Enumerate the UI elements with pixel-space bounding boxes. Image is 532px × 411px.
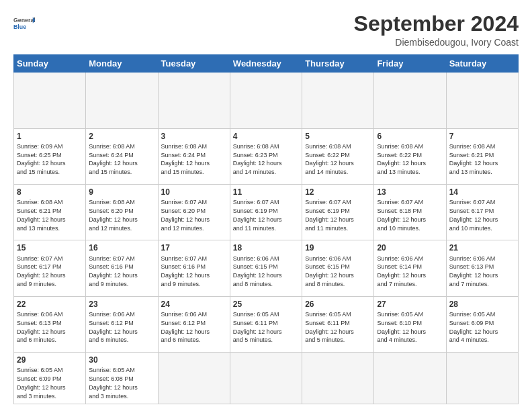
day-info: Sunrise: 6:05 AMSunset: 6:08 PMDaylight:… [89, 367, 138, 399]
day-number: 23 [89, 299, 154, 310]
calendar-cell: 24Sunrise: 6:06 AMSunset: 6:12 PMDayligh… [158, 296, 230, 352]
day-number: 28 [449, 299, 515, 310]
calendar-cell: 3Sunrise: 6:08 AMSunset: 6:24 PMDaylight… [158, 128, 230, 184]
calendar-cell: 13Sunrise: 6:07 AMSunset: 6:18 PMDayligh… [374, 185, 446, 240]
day-number: 18 [233, 242, 299, 253]
calendar-cell [374, 73, 446, 128]
calendar-cell [230, 353, 302, 404]
calendar-cell [302, 353, 374, 404]
calendar-cell [158, 73, 230, 128]
calendar-cell [158, 353, 230, 404]
day-info: Sunrise: 6:06 AMSunset: 6:15 PMDaylight:… [233, 255, 282, 287]
calendar-cell: 4Sunrise: 6:08 AMSunset: 6:23 PMDaylight… [230, 128, 302, 184]
day-info: Sunrise: 6:08 AMSunset: 6:20 PMDaylight:… [89, 199, 138, 231]
day-number: 16 [89, 242, 154, 253]
day-info: Sunrise: 6:07 AMSunset: 6:19 PMDaylight:… [233, 199, 282, 231]
month-title: September 2024 [354, 12, 519, 36]
day-number: 25 [233, 299, 299, 310]
calendar-cell: 27Sunrise: 6:05 AMSunset: 6:10 PMDayligh… [374, 296, 446, 352]
calendar-cell: 15Sunrise: 6:07 AMSunset: 6:17 PMDayligh… [14, 240, 86, 296]
day-info: Sunrise: 6:08 AMSunset: 6:23 PMDaylight:… [233, 143, 282, 175]
day-number: 2 [89, 131, 154, 142]
calendar-cell [230, 73, 302, 128]
day-number: 19 [305, 242, 371, 253]
day-info: Sunrise: 6:07 AMSunset: 6:16 PMDaylight:… [161, 255, 210, 287]
day-number: 3 [161, 131, 227, 142]
day-info: Sunrise: 6:05 AMSunset: 6:11 PMDaylight:… [233, 311, 282, 343]
calendar-cell [446, 73, 518, 128]
calendar-cell: 14Sunrise: 6:07 AMSunset: 6:17 PMDayligh… [446, 185, 518, 240]
day-info: Sunrise: 6:09 AMSunset: 6:25 PMDaylight:… [17, 143, 66, 175]
calendar-cell: 21Sunrise: 6:06 AMSunset: 6:13 PMDayligh… [446, 240, 518, 296]
calendar-cell: 17Sunrise: 6:07 AMSunset: 6:16 PMDayligh… [158, 240, 230, 296]
calendar-cell: 23Sunrise: 6:06 AMSunset: 6:12 PMDayligh… [86, 296, 158, 352]
calendar-cell: 6Sunrise: 6:08 AMSunset: 6:22 PMDaylight… [374, 128, 446, 184]
day-info: Sunrise: 6:05 AMSunset: 6:11 PMDaylight:… [305, 311, 354, 343]
day-info: Sunrise: 6:08 AMSunset: 6:21 PMDaylight:… [17, 199, 66, 231]
title-section: September 2024 Diembisedougou, Ivory Coa… [354, 12, 519, 48]
weekday-header-row: Sunday Monday Tuesday Wednesday Thursday… [14, 55, 519, 73]
header-saturday: Saturday [446, 55, 518, 73]
header-sunday: Sunday [14, 55, 86, 73]
day-info: Sunrise: 6:07 AMSunset: 6:17 PMDaylight:… [17, 255, 66, 287]
day-info: Sunrise: 6:05 AMSunset: 6:09 PMDaylight:… [17, 367, 66, 399]
calendar-cell: 22Sunrise: 6:06 AMSunset: 6:13 PMDayligh… [14, 296, 86, 352]
day-info: Sunrise: 6:08 AMSunset: 6:24 PMDaylight:… [161, 143, 210, 175]
day-info: Sunrise: 6:06 AMSunset: 6:13 PMDaylight:… [17, 311, 66, 343]
calendar-cell: 25Sunrise: 6:05 AMSunset: 6:11 PMDayligh… [230, 296, 302, 352]
calendar-cell: 26Sunrise: 6:05 AMSunset: 6:11 PMDayligh… [302, 296, 374, 352]
calendar-cell: 9Sunrise: 6:08 AMSunset: 6:20 PMDaylight… [86, 185, 158, 240]
calendar-cell [446, 353, 518, 404]
calendar-cell: 30Sunrise: 6:05 AMSunset: 6:08 PMDayligh… [86, 353, 158, 404]
day-info: Sunrise: 6:06 AMSunset: 6:13 PMDaylight:… [449, 255, 498, 287]
header-wednesday: Wednesday [230, 55, 302, 73]
header-friday: Friday [374, 55, 446, 73]
day-number: 4 [233, 131, 299, 142]
day-number: 22 [17, 299, 83, 310]
location-subtitle: Diembisedougou, Ivory Coast [354, 37, 519, 48]
day-info: Sunrise: 6:07 AMSunset: 6:16 PMDaylight:… [89, 255, 138, 287]
day-info: Sunrise: 6:08 AMSunset: 6:21 PMDaylight:… [449, 143, 498, 175]
day-info: Sunrise: 6:07 AMSunset: 6:17 PMDaylight:… [449, 199, 498, 231]
calendar-cell: 10Sunrise: 6:07 AMSunset: 6:20 PMDayligh… [158, 185, 230, 240]
day-number: 12 [305, 187, 371, 197]
calendar-cell: 11Sunrise: 6:07 AMSunset: 6:19 PMDayligh… [230, 185, 302, 240]
day-info: Sunrise: 6:08 AMSunset: 6:22 PMDaylight:… [377, 143, 426, 175]
day-info: Sunrise: 6:07 AMSunset: 6:18 PMDaylight:… [377, 199, 426, 231]
day-number: 27 [377, 299, 443, 310]
calendar-cell: 16Sunrise: 6:07 AMSunset: 6:16 PMDayligh… [86, 240, 158, 296]
calendar-cell [374, 353, 446, 404]
calendar-cell: 12Sunrise: 6:07 AMSunset: 6:19 PMDayligh… [302, 185, 374, 240]
day-number: 15 [17, 242, 83, 253]
day-number: 14 [449, 187, 515, 197]
calendar-cell [302, 73, 374, 128]
day-number: 20 [377, 242, 443, 253]
calendar-cell: 18Sunrise: 6:06 AMSunset: 6:15 PMDayligh… [230, 240, 302, 296]
day-number: 5 [305, 131, 371, 142]
day-info: Sunrise: 6:05 AMSunset: 6:09 PMDaylight:… [449, 311, 498, 343]
day-number: 7 [449, 131, 515, 142]
calendar-cell: 2Sunrise: 6:08 AMSunset: 6:24 PMDaylight… [86, 128, 158, 184]
calendar-cell: 20Sunrise: 6:06 AMSunset: 6:14 PMDayligh… [374, 240, 446, 296]
day-info: Sunrise: 6:08 AMSunset: 6:24 PMDaylight:… [89, 143, 138, 175]
day-info: Sunrise: 6:05 AMSunset: 6:10 PMDaylight:… [377, 311, 426, 343]
calendar-cell: 28Sunrise: 6:05 AMSunset: 6:09 PMDayligh… [446, 296, 518, 352]
day-info: Sunrise: 6:06 AMSunset: 6:12 PMDaylight:… [161, 311, 210, 343]
day-info: Sunrise: 6:07 AMSunset: 6:19 PMDaylight:… [305, 199, 354, 231]
day-info: Sunrise: 6:06 AMSunset: 6:14 PMDaylight:… [377, 255, 426, 287]
day-number: 13 [377, 187, 443, 197]
day-number: 1 [17, 131, 83, 142]
calendar-cell [86, 73, 158, 128]
day-number: 29 [17, 355, 83, 365]
svg-text:Blue: Blue [13, 24, 26, 30]
header-tuesday: Tuesday [158, 55, 230, 73]
day-number: 9 [89, 187, 154, 197]
header-monday: Monday [86, 55, 158, 73]
logo: General Blue [13, 12, 35, 36]
calendar-cell: 19Sunrise: 6:06 AMSunset: 6:15 PMDayligh… [302, 240, 374, 296]
header-thursday: Thursday [302, 55, 374, 73]
day-number: 11 [233, 187, 299, 197]
svg-text:General: General [13, 17, 35, 24]
day-number: 10 [161, 187, 227, 197]
day-info: Sunrise: 6:07 AMSunset: 6:20 PMDaylight:… [161, 199, 210, 231]
